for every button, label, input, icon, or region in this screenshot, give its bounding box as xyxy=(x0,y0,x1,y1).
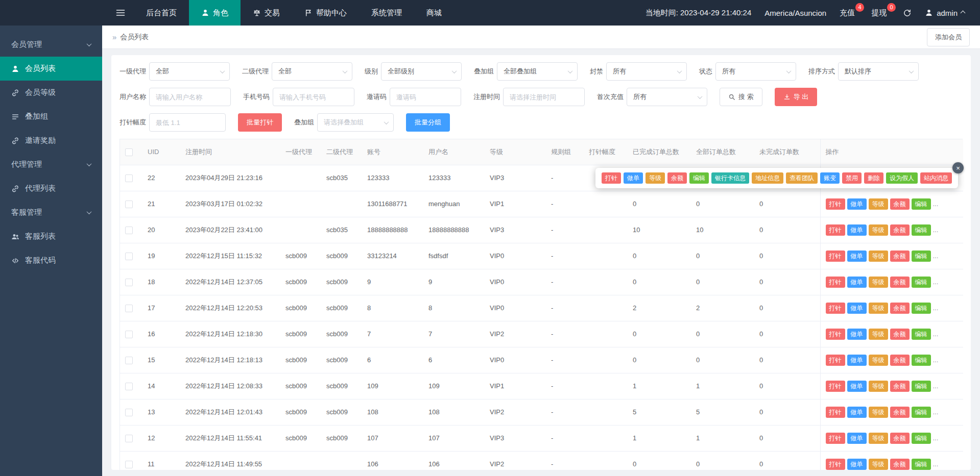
sidebar-item-agent-list[interactable]: 代理列表 xyxy=(0,177,102,201)
level-button[interactable]: 等级 xyxy=(869,407,888,418)
edit-button[interactable]: 编辑 xyxy=(912,198,931,210)
site-message-button[interactable]: 站内消息 xyxy=(920,172,952,184)
ban-filter[interactable]: 所有 xyxy=(606,62,687,81)
view-team-button[interactable]: 查看团队 xyxy=(786,172,818,184)
needle-button[interactable]: 打针 xyxy=(826,329,845,340)
balance-button[interactable]: 余额 xyxy=(890,303,910,314)
account-change-button[interactable]: 账变 xyxy=(820,172,840,184)
status-filter[interactable]: 所有 xyxy=(715,62,796,81)
row-checkbox[interactable] xyxy=(125,435,133,442)
needle-range-input[interactable] xyxy=(156,119,220,127)
sidebar-group-agent-management[interactable]: 代理管理 xyxy=(0,153,102,177)
more-actions[interactable]: ... xyxy=(933,304,939,312)
edit-button[interactable]: 编辑 xyxy=(912,303,931,314)
make-order-button[interactable]: 做单 xyxy=(847,407,867,418)
stack-group-filter[interactable]: 全部叠加组 xyxy=(497,62,578,81)
edit-button[interactable]: 编辑 xyxy=(912,329,931,340)
needle-button[interactable]: 打针 xyxy=(602,172,621,184)
batch-needle-button[interactable]: 批量打针 xyxy=(238,113,282,132)
more-actions[interactable]: ... xyxy=(933,278,939,286)
level-button[interactable]: 等级 xyxy=(869,381,888,392)
more-actions[interactable]: ... xyxy=(933,460,939,468)
refresh-icon[interactable] xyxy=(903,9,912,17)
balance-button[interactable]: 余额 xyxy=(890,198,910,210)
reg-time-input[interactable] xyxy=(510,93,579,101)
more-actions[interactable]: ... xyxy=(933,382,939,390)
edit-button[interactable]: 编辑 xyxy=(912,407,931,418)
bank-card-info-button[interactable]: 银行卡信息 xyxy=(711,172,749,184)
needle-button[interactable]: 打针 xyxy=(826,433,845,444)
needle-button[interactable]: 打针 xyxy=(826,303,845,314)
balance-button[interactable]: 余额 xyxy=(890,381,910,392)
row-checkbox[interactable] xyxy=(125,461,133,468)
stack-group-select[interactable]: 请选择叠加组 xyxy=(317,113,394,132)
level-filter[interactable]: 全部级别 xyxy=(381,62,462,81)
more-actions[interactable]: ... xyxy=(933,226,939,234)
edit-button[interactable]: 编辑 xyxy=(912,250,931,262)
username-input[interactable] xyxy=(156,93,225,101)
level-button[interactable]: 等级 xyxy=(869,277,888,288)
edit-button[interactable]: 编辑 xyxy=(912,433,931,444)
row-checkbox[interactable] xyxy=(125,383,133,390)
nav-item-system-management[interactable]: 系统管理 xyxy=(359,0,414,26)
level-button[interactable]: 等级 xyxy=(869,355,888,366)
make-order-button[interactable]: 做单 xyxy=(847,381,867,392)
edit-button[interactable]: 编辑 xyxy=(912,224,931,236)
sidebar-item-stack-group[interactable]: 叠加组 xyxy=(0,105,102,129)
first-recharge-filter[interactable]: 所有 xyxy=(627,88,707,106)
balance-button[interactable]: 余额 xyxy=(890,433,910,444)
row-checkbox[interactable] xyxy=(125,227,133,234)
close-icon[interactable]: × xyxy=(952,162,964,173)
select-all-checkbox[interactable] xyxy=(125,148,133,156)
level-button[interactable]: 等级 xyxy=(646,172,665,184)
make-order-button[interactable]: 做单 xyxy=(847,277,867,288)
row-checkbox[interactable] xyxy=(125,357,133,364)
more-actions[interactable]: ... xyxy=(933,252,939,260)
address-info-button[interactable]: 地址信息 xyxy=(752,172,783,184)
level-button[interactable]: 等级 xyxy=(869,303,888,314)
balance-button[interactable]: 余额 xyxy=(890,407,910,418)
needle-button[interactable]: 打针 xyxy=(826,277,845,288)
recharge-link[interactable]: 充值 4 xyxy=(840,8,858,18)
level-button[interactable]: 等级 xyxy=(869,224,888,236)
make-order-button[interactable]: 做单 xyxy=(847,224,867,236)
more-actions[interactable]: ... xyxy=(933,408,939,416)
edit-button[interactable]: 编辑 xyxy=(689,172,709,184)
make-order-button[interactable]: 做单 xyxy=(847,303,867,314)
level-button[interactable]: 等级 xyxy=(869,250,888,262)
row-checkbox[interactable] xyxy=(125,331,133,338)
make-order-button[interactable]: 做单 xyxy=(847,433,867,444)
set-fake-button[interactable]: 设为假人 xyxy=(886,172,918,184)
withdraw-link[interactable]: 提现 0 xyxy=(871,8,890,18)
delete-button[interactable]: 删除 xyxy=(864,172,883,184)
needle-button[interactable]: 打针 xyxy=(826,381,845,392)
edit-button[interactable]: 编辑 xyxy=(912,277,931,288)
sidebar-group-member-management[interactable]: 会员管理 xyxy=(0,33,102,57)
edit-button[interactable]: 编辑 xyxy=(912,459,931,470)
make-order-button[interactable]: 做单 xyxy=(847,329,867,340)
nav-item-mall[interactable]: 商城 xyxy=(414,0,454,26)
phone-input[interactable] xyxy=(279,93,349,101)
nav-item-trade[interactable]: 交易 xyxy=(241,0,292,26)
row-checkbox[interactable] xyxy=(125,305,133,312)
level-button[interactable]: 等级 xyxy=(869,329,888,340)
balance-button[interactable]: 余额 xyxy=(667,172,687,184)
export-button[interactable]: 导 出 xyxy=(775,88,818,106)
row-checkbox[interactable] xyxy=(125,253,133,260)
balance-button[interactable]: 余额 xyxy=(890,250,910,262)
invite-code-input[interactable] xyxy=(396,93,456,101)
needle-button[interactable]: 打针 xyxy=(826,355,845,366)
make-order-button[interactable]: 做单 xyxy=(624,172,643,184)
needle-button[interactable]: 打针 xyxy=(826,250,845,262)
needle-button[interactable]: 打针 xyxy=(826,224,845,236)
nav-item-role[interactable]: 角色 xyxy=(189,0,241,26)
batch-group-button[interactable]: 批量分组 xyxy=(406,113,450,132)
needle-button[interactable]: 打针 xyxy=(826,198,845,210)
more-actions[interactable]: ... xyxy=(933,434,939,442)
row-checkbox[interactable] xyxy=(125,201,133,208)
make-order-button[interactable]: 做单 xyxy=(847,459,867,470)
more-actions[interactable]: ... xyxy=(933,356,939,364)
make-order-button[interactable]: 做单 xyxy=(847,198,867,210)
needle-button[interactable]: 打针 xyxy=(826,459,845,470)
edit-button[interactable]: 编辑 xyxy=(912,381,931,392)
